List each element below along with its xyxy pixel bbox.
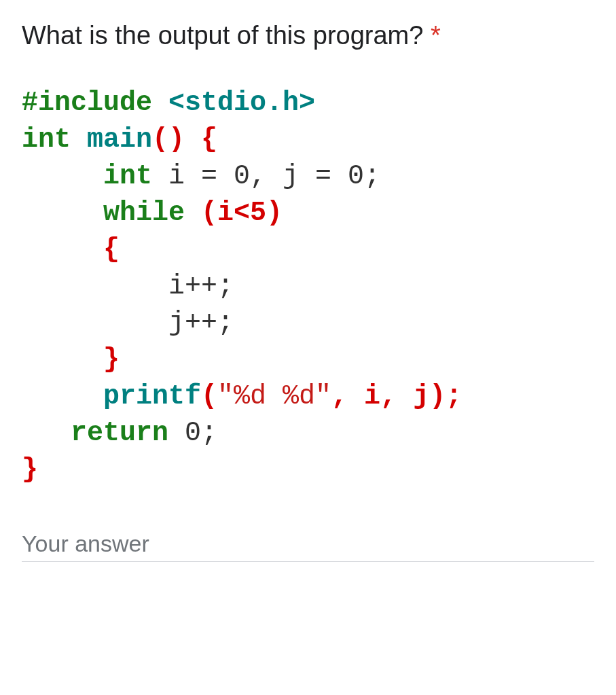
keyword-int: int: [103, 161, 152, 192]
while-condition: (i<5): [201, 198, 283, 228]
brace-close: }: [22, 455, 38, 485]
function-main: main: [87, 124, 152, 155]
function-printf: printf: [103, 381, 201, 412]
question-text: What is the output of this program? *: [22, 19, 594, 52]
statement-increment-j: j++;: [168, 308, 234, 338]
answer-input[interactable]: [22, 527, 594, 562]
keyword-while: while: [103, 198, 185, 228]
keyword-include: #include: [22, 88, 152, 118]
keyword-return: return: [71, 418, 168, 448]
include-header: <stdio.h>: [168, 88, 315, 118]
printf-args: , i, j);: [331, 381, 462, 412]
statement-increment-i: i++;: [168, 271, 234, 302]
code-block: #include <stdio.h> int main() { int i = …: [22, 85, 594, 488]
brace-open: {: [201, 124, 217, 155]
declaration: i = 0, j = 0;: [168, 161, 380, 192]
question-label: What is the output of this program?: [22, 21, 423, 50]
brace-close: }: [103, 344, 120, 375]
keyword-int: int: [22, 124, 71, 155]
paren-open: (: [201, 381, 217, 412]
required-asterisk: *: [431, 21, 441, 50]
parens: (): [152, 124, 185, 155]
return-value: 0;: [185, 418, 217, 448]
brace-open: {: [103, 234, 120, 265]
format-string: "%d %d": [217, 381, 331, 412]
